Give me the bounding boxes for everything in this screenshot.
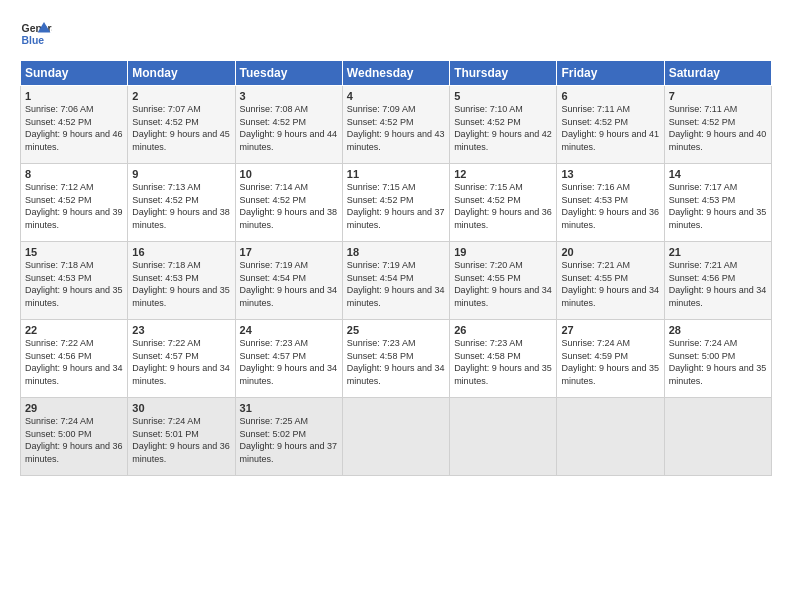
day-info: Sunrise: 7:25 AMSunset: 5:02 PMDaylight:… [240, 416, 338, 464]
calendar-cell [450, 398, 557, 476]
day-info: Sunrise: 7:15 AMSunset: 4:52 PMDaylight:… [347, 182, 445, 230]
weekday-header-monday: Monday [128, 61, 235, 86]
day-info: Sunrise: 7:24 AMSunset: 5:00 PMDaylight:… [669, 338, 767, 386]
day-info: Sunrise: 7:10 AMSunset: 4:52 PMDaylight:… [454, 104, 552, 152]
calendar-cell: 26Sunrise: 7:23 AMSunset: 4:58 PMDayligh… [450, 320, 557, 398]
weekday-header-thursday: Thursday [450, 61, 557, 86]
calendar-table: SundayMondayTuesdayWednesdayThursdayFrid… [20, 60, 772, 476]
day-number: 20 [561, 246, 659, 258]
calendar-cell: 13Sunrise: 7:16 AMSunset: 4:53 PMDayligh… [557, 164, 664, 242]
day-number: 15 [25, 246, 123, 258]
calendar-cell: 18Sunrise: 7:19 AMSunset: 4:54 PMDayligh… [342, 242, 449, 320]
calendar-cell: 16Sunrise: 7:18 AMSunset: 4:53 PMDayligh… [128, 242, 235, 320]
day-number: 2 [132, 90, 230, 102]
day-info: Sunrise: 7:20 AMSunset: 4:55 PMDaylight:… [454, 260, 552, 308]
calendar-cell: 11Sunrise: 7:15 AMSunset: 4:52 PMDayligh… [342, 164, 449, 242]
calendar-cell: 22Sunrise: 7:22 AMSunset: 4:56 PMDayligh… [21, 320, 128, 398]
day-info: Sunrise: 7:11 AMSunset: 4:52 PMDaylight:… [561, 104, 659, 152]
day-info: Sunrise: 7:13 AMSunset: 4:52 PMDaylight:… [132, 182, 230, 230]
weekday-header-wednesday: Wednesday [342, 61, 449, 86]
day-info: Sunrise: 7:18 AMSunset: 4:53 PMDaylight:… [25, 260, 123, 308]
calendar-cell: 25Sunrise: 7:23 AMSunset: 4:58 PMDayligh… [342, 320, 449, 398]
calendar-cell: 23Sunrise: 7:22 AMSunset: 4:57 PMDayligh… [128, 320, 235, 398]
day-number: 24 [240, 324, 338, 336]
day-info: Sunrise: 7:09 AMSunset: 4:52 PMDaylight:… [347, 104, 445, 152]
day-info: Sunrise: 7:06 AMSunset: 4:52 PMDaylight:… [25, 104, 123, 152]
day-number: 3 [240, 90, 338, 102]
day-number: 7 [669, 90, 767, 102]
calendar-cell: 14Sunrise: 7:17 AMSunset: 4:53 PMDayligh… [664, 164, 771, 242]
day-info: Sunrise: 7:24 AMSunset: 4:59 PMDaylight:… [561, 338, 659, 386]
weekday-header-saturday: Saturday [664, 61, 771, 86]
day-info: Sunrise: 7:23 AMSunset: 4:57 PMDaylight:… [240, 338, 338, 386]
day-number: 1 [25, 90, 123, 102]
day-info: Sunrise: 7:19 AMSunset: 4:54 PMDaylight:… [240, 260, 338, 308]
calendar-cell: 27Sunrise: 7:24 AMSunset: 4:59 PMDayligh… [557, 320, 664, 398]
day-info: Sunrise: 7:08 AMSunset: 4:52 PMDaylight:… [240, 104, 338, 152]
day-number: 22 [25, 324, 123, 336]
day-number: 31 [240, 402, 338, 414]
calendar-cell: 4Sunrise: 7:09 AMSunset: 4:52 PMDaylight… [342, 86, 449, 164]
day-info: Sunrise: 7:11 AMSunset: 4:52 PMDaylight:… [669, 104, 767, 152]
calendar-cell [557, 398, 664, 476]
day-number: 9 [132, 168, 230, 180]
day-number: 16 [132, 246, 230, 258]
day-info: Sunrise: 7:21 AMSunset: 4:56 PMDaylight:… [669, 260, 767, 308]
day-number: 12 [454, 168, 552, 180]
day-number: 29 [25, 402, 123, 414]
day-number: 10 [240, 168, 338, 180]
day-number: 25 [347, 324, 445, 336]
calendar-cell: 31Sunrise: 7:25 AMSunset: 5:02 PMDayligh… [235, 398, 342, 476]
day-info: Sunrise: 7:15 AMSunset: 4:52 PMDaylight:… [454, 182, 552, 230]
calendar-cell: 7Sunrise: 7:11 AMSunset: 4:52 PMDaylight… [664, 86, 771, 164]
calendar-cell: 15Sunrise: 7:18 AMSunset: 4:53 PMDayligh… [21, 242, 128, 320]
calendar-cell: 1Sunrise: 7:06 AMSunset: 4:52 PMDaylight… [21, 86, 128, 164]
day-number: 18 [347, 246, 445, 258]
day-info: Sunrise: 7:07 AMSunset: 4:52 PMDaylight:… [132, 104, 230, 152]
day-number: 11 [347, 168, 445, 180]
day-number: 14 [669, 168, 767, 180]
page: General Blue SundayMondayTuesdayWednesda… [0, 0, 792, 612]
calendar-cell: 8Sunrise: 7:12 AMSunset: 4:52 PMDaylight… [21, 164, 128, 242]
day-number: 8 [25, 168, 123, 180]
calendar-cell: 29Sunrise: 7:24 AMSunset: 5:00 PMDayligh… [21, 398, 128, 476]
day-number: 5 [454, 90, 552, 102]
day-info: Sunrise: 7:12 AMSunset: 4:52 PMDaylight:… [25, 182, 123, 230]
day-info: Sunrise: 7:19 AMSunset: 4:54 PMDaylight:… [347, 260, 445, 308]
day-info: Sunrise: 7:23 AMSunset: 4:58 PMDaylight:… [454, 338, 552, 386]
day-number: 23 [132, 324, 230, 336]
weekday-header-tuesday: Tuesday [235, 61, 342, 86]
calendar-cell: 17Sunrise: 7:19 AMSunset: 4:54 PMDayligh… [235, 242, 342, 320]
calendar-cell: 10Sunrise: 7:14 AMSunset: 4:52 PMDayligh… [235, 164, 342, 242]
day-number: 19 [454, 246, 552, 258]
weekday-header-sunday: Sunday [21, 61, 128, 86]
day-number: 28 [669, 324, 767, 336]
day-info: Sunrise: 7:14 AMSunset: 4:52 PMDaylight:… [240, 182, 338, 230]
calendar-cell: 6Sunrise: 7:11 AMSunset: 4:52 PMDaylight… [557, 86, 664, 164]
day-info: Sunrise: 7:22 AMSunset: 4:57 PMDaylight:… [132, 338, 230, 386]
calendar-cell: 2Sunrise: 7:07 AMSunset: 4:52 PMDaylight… [128, 86, 235, 164]
calendar-cell: 12Sunrise: 7:15 AMSunset: 4:52 PMDayligh… [450, 164, 557, 242]
logo-icon: General Blue [20, 18, 52, 50]
calendar-cell: 28Sunrise: 7:24 AMSunset: 5:00 PMDayligh… [664, 320, 771, 398]
calendar-cell: 19Sunrise: 7:20 AMSunset: 4:55 PMDayligh… [450, 242, 557, 320]
calendar-cell: 20Sunrise: 7:21 AMSunset: 4:55 PMDayligh… [557, 242, 664, 320]
calendar-cell: 30Sunrise: 7:24 AMSunset: 5:01 PMDayligh… [128, 398, 235, 476]
day-number: 13 [561, 168, 659, 180]
calendar-cell: 21Sunrise: 7:21 AMSunset: 4:56 PMDayligh… [664, 242, 771, 320]
day-number: 4 [347, 90, 445, 102]
day-info: Sunrise: 7:17 AMSunset: 4:53 PMDaylight:… [669, 182, 767, 230]
day-number: 30 [132, 402, 230, 414]
svg-text:Blue: Blue [22, 35, 45, 46]
day-number: 21 [669, 246, 767, 258]
day-info: Sunrise: 7:23 AMSunset: 4:58 PMDaylight:… [347, 338, 445, 386]
calendar-cell: 9Sunrise: 7:13 AMSunset: 4:52 PMDaylight… [128, 164, 235, 242]
day-info: Sunrise: 7:22 AMSunset: 4:56 PMDaylight:… [25, 338, 123, 386]
day-info: Sunrise: 7:24 AMSunset: 5:01 PMDaylight:… [132, 416, 230, 464]
calendar-cell [342, 398, 449, 476]
calendar-cell [664, 398, 771, 476]
header: General Blue [20, 18, 772, 50]
weekday-header-friday: Friday [557, 61, 664, 86]
day-number: 6 [561, 90, 659, 102]
calendar-cell: 3Sunrise: 7:08 AMSunset: 4:52 PMDaylight… [235, 86, 342, 164]
